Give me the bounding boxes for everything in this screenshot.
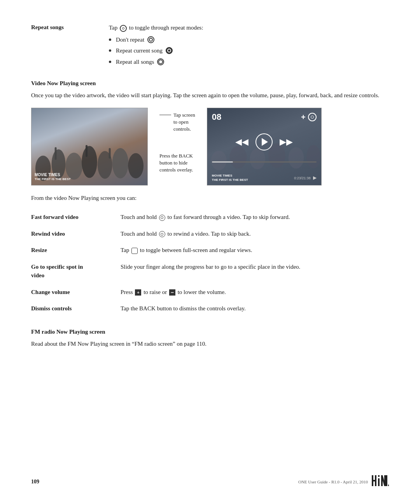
feature-label-resize: Resize xyxy=(31,242,121,259)
movie-info: MOVIE TIMES THE FIRST IS THE BEST xyxy=(212,174,248,182)
feature-desc-spot: Slide your finger along the progress bar… xyxy=(121,259,389,284)
controls-bottom: MOVIE TIMES THE FIRST IS THE BEST 0:23/2… xyxy=(212,174,317,182)
controls-top: 08 + xyxy=(212,112,317,122)
controls-middle: ◀◀ ▶▶ xyxy=(212,133,317,150)
annotation-1: Tap screen to open controls. xyxy=(159,112,195,133)
ff-icon xyxy=(159,215,165,221)
feature-row-resize: Resize Tap to toggle between full-screen… xyxy=(31,242,389,259)
repeat-modes-list: Don't repeat Repeat current song Repeat … xyxy=(109,35,389,66)
plus-button-icon: + xyxy=(135,289,141,296)
minus-button-icon: − xyxy=(169,289,175,296)
svg-point-6 xyxy=(128,153,144,178)
feature-row-spot: Go to specific spot invideo Slide your f… xyxy=(31,259,389,284)
feature-desc-rewind: Touch and hold to rewind a video. Tap to… xyxy=(121,226,389,242)
svg-rect-20 xyxy=(378,478,380,486)
hin-logo-svg xyxy=(372,475,389,486)
settings-icon xyxy=(308,113,317,121)
repeat-mode-all: Repeat all songs xyxy=(109,58,389,66)
feature-label-rewind: Rewind video xyxy=(31,226,121,242)
feature-row-rewind: Rewind video Touch and hold to rewind a … xyxy=(31,226,389,242)
fm-radio-section: FM radio Now Playing screen Read about t… xyxy=(31,329,389,348)
repeat-all-text: Repeat all songs xyxy=(116,58,154,66)
page-number: 109 xyxy=(31,479,39,485)
images-row: MOVIE TIMES THE FIRST IS THE BEST Tap sc… xyxy=(31,108,389,186)
hin-logo xyxy=(372,475,389,488)
controls-overlay: 08 + ◀◀ ▶▶ xyxy=(207,108,321,185)
feature-label-volume: Change volume xyxy=(31,284,121,301)
svg-rect-24 xyxy=(388,485,389,486)
resize-icon-inline xyxy=(131,248,138,254)
controls-top-right: + xyxy=(301,113,317,122)
fastforward-icon: ▶▶ xyxy=(280,137,293,147)
video-label-overlay-left: MOVIE TIMES THE FIRST IS THE BEST xyxy=(35,172,71,181)
play-triangle-icon xyxy=(262,138,268,146)
repeat-songs-section: Repeat songs Tap to toggle through repea… xyxy=(31,23,389,68)
repeat-songs-label: Repeat songs xyxy=(31,23,109,68)
bottom-right-controls: 0:23/21:38 ▶ xyxy=(294,175,317,181)
from-screen-text: From the video Now Playing screen you ca… xyxy=(31,193,389,203)
feature-row-volume: Change volume Press + to raise or − to l… xyxy=(31,284,389,301)
bullet-dot xyxy=(109,38,111,41)
features-table: Fast forward video Touch and hold to fas… xyxy=(31,209,389,317)
movie-title-right: MOVIE TIMES xyxy=(212,174,248,178)
tap-icon xyxy=(120,25,127,32)
progress-fill xyxy=(212,161,233,163)
play-button[interactable] xyxy=(256,133,273,150)
repeat-all-icon xyxy=(157,58,164,65)
video-section-body: Once you tap the video artwork, the vide… xyxy=(31,91,389,100)
progress-bar[interactable] xyxy=(212,161,317,163)
plus-icon: + xyxy=(301,113,306,122)
image-left-col: MOVIE TIMES THE FIRST IS THE BEST xyxy=(31,108,148,186)
rewind-icon: ◀◀ xyxy=(235,137,248,147)
annotation-line-1 xyxy=(159,115,171,115)
svg-point-3 xyxy=(82,146,97,178)
repeat-songs-content: Tap to toggle through repeat modes: Don'… xyxy=(109,23,389,68)
svg-rect-18 xyxy=(375,475,376,486)
feature-desc-volume: Press + to raise or − to lower the volum… xyxy=(121,284,389,301)
bullet-dot xyxy=(109,49,111,52)
video-screenshot-left: MOVIE TIMES THE FIRST IS THE BEST xyxy=(31,108,148,186)
annotation-text-2: Press the BACK button to hide controls o… xyxy=(159,152,193,174)
time-badge: 08 xyxy=(212,112,221,122)
svg-rect-9 xyxy=(109,148,111,159)
repeat-none-text: Don't repeat xyxy=(116,35,144,44)
feature-label-ff: Fast forward video xyxy=(31,209,121,226)
feature-label-spot: Go to specific spot invideo xyxy=(31,259,121,284)
svg-rect-8 xyxy=(86,145,88,157)
footer-right: ONE User Guide - R1.0 - April 21, 2010 xyxy=(298,475,389,488)
feature-desc-ff: Touch and hold to fast forward through a… xyxy=(121,209,389,226)
repeat-none-icon xyxy=(147,36,154,43)
feature-label-dismiss: Dismiss controls xyxy=(31,300,121,317)
feature-desc-resize: Tap to toggle between full-screen and re… xyxy=(121,242,389,259)
annotation-col: Tap screen to open controls. Press the B… xyxy=(156,108,199,177)
arrow-icon: ▶ xyxy=(313,175,317,181)
annotation-2: Press the BACK button to hide controls o… xyxy=(159,152,195,174)
page-content: Repeat songs Tap to toggle through repea… xyxy=(0,0,420,386)
svg-point-5 xyxy=(112,148,129,178)
repeat-current-text: Repeat current song xyxy=(116,46,163,55)
repeat-mode-current: Repeat current song xyxy=(109,46,389,55)
feature-desc-dismiss: Tap the BACK button to dismiss the contr… xyxy=(121,300,389,317)
svg-rect-23 xyxy=(386,475,387,486)
timecode: 0:23/21:38 xyxy=(294,176,311,180)
feature-row-dismiss: Dismiss controls Tap the BACK button to … xyxy=(31,300,389,317)
repeat-current-icon xyxy=(166,47,173,54)
movie-subtitle-left: THE FIRST IS THE BEST xyxy=(35,177,71,181)
svg-rect-7 xyxy=(55,147,57,160)
repeat-mode-none: Don't repeat xyxy=(109,35,389,44)
fm-radio-body: Read about the FM Now Playing screen in … xyxy=(31,339,389,348)
feature-row-ff: Fast forward video Touch and hold to fas… xyxy=(31,209,389,226)
rewind-icon-inline xyxy=(159,231,165,237)
svg-rect-19 xyxy=(378,475,380,477)
repeat-songs-intro: Tap to toggle through repeat modes: xyxy=(109,23,389,32)
annotation-text-1: Tap screen to open controls. xyxy=(173,112,195,133)
movie-subtitle-right: THE FIRST IS THE BEST xyxy=(212,178,248,182)
video-screenshot-right: 08 + ◀◀ ▶▶ xyxy=(207,108,322,186)
video-section-heading: Video Now Playing screen xyxy=(31,80,389,87)
page-footer: 109 ONE User Guide - R1.0 - April 21, 20… xyxy=(31,475,389,488)
fm-radio-heading: FM radio Now Playing screen xyxy=(31,329,389,335)
movie-title-left: MOVIE TIMES xyxy=(35,172,71,177)
bullet-dot xyxy=(109,61,111,63)
footer-text: ONE User Guide - R1.0 - April 21, 2010 xyxy=(298,480,368,484)
